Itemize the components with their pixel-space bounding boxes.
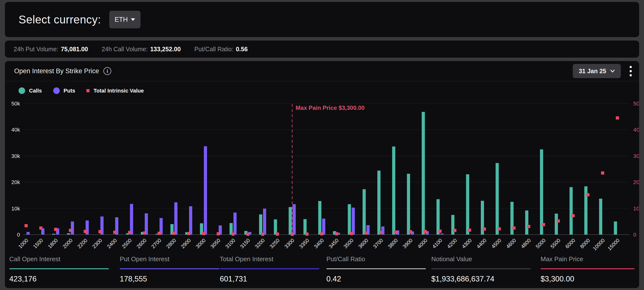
put-call-ratio-value: 0.56 [236, 46, 248, 53]
intrinsic-dot-4100[interactable] [438, 230, 442, 233]
info-icon[interactable]: i [104, 67, 111, 75]
intrinsic-dot-4500[interactable] [498, 227, 501, 230]
calls-bar-5000[interactable] [540, 149, 543, 235]
intrinsic-dot-3250[interactable] [276, 232, 279, 235]
calls-bar-3400[interactable] [318, 201, 322, 235]
intrinsic-dot-2300[interactable] [98, 230, 102, 233]
intrinsic-dot-4300[interactable] [468, 228, 471, 232]
intrinsic-dot-2500[interactable] [128, 231, 131, 234]
calls-bar-4800[interactable] [525, 210, 528, 235]
intrinsic-dot-3350[interactable] [306, 232, 308, 235]
summary-label: Notional Value [431, 255, 531, 263]
intrinsic-dot-4800[interactable] [527, 225, 530, 228]
calls-bar-4000[interactable] [422, 112, 425, 235]
kebab-menu-icon[interactable] [628, 65, 633, 78]
intrinsic-dot-4000[interactable] [424, 230, 427, 233]
calls-bar-3500[interactable] [348, 204, 351, 235]
intrinsic-dot-5000[interactable] [542, 223, 545, 226]
puts-bar-3100[interactable] [234, 213, 236, 235]
summary-value: 601,731 [220, 275, 319, 283]
intrinsic-dot-1800[interactable] [54, 228, 57, 231]
intrinsic-dot-3800[interactable] [394, 231, 398, 234]
calls-bar-3250[interactable] [274, 219, 277, 235]
calls-bar-2000[interactable] [67, 233, 70, 235]
intrinsic-dot-3300[interactable] [290, 233, 294, 236]
puts-bar-3000[interactable] [204, 146, 207, 235]
intrinsic-dot-6000[interactable] [572, 214, 575, 217]
intrinsic-dot-4200[interactable] [453, 229, 456, 232]
left-axis-tick: 0 [17, 232, 20, 238]
legend-item-intrinsic[interactable]: Total Intrinsic Value [86, 88, 144, 94]
puts-bar-3300[interactable] [292, 204, 296, 235]
intrinsic-dot-1000[interactable] [25, 224, 28, 227]
intrinsic-dot-4400[interactable] [483, 227, 486, 231]
x-axis-label-2500: 2500 [121, 237, 133, 249]
expiry-date-dropdown[interactable]: 31 Jan 25 [573, 64, 621, 78]
currency-dropdown[interactable]: ETH [109, 11, 140, 28]
intrinsic-dot-10000[interactable] [601, 171, 604, 175]
calls-bar-3350[interactable] [304, 219, 307, 235]
intrinsic-dot-3000[interactable] [202, 232, 205, 235]
x-axis-label-4600: 4600 [505, 237, 517, 249]
legend-item-puts[interactable]: Puts [53, 87, 76, 94]
puts-bar-1000[interactable] [26, 232, 30, 235]
calls-bar-3600[interactable] [362, 189, 366, 235]
puts-bar-3400[interactable] [322, 218, 326, 235]
intrinsic-dot-3050[interactable] [216, 232, 220, 235]
intrinsic-dot-15000[interactable] [616, 116, 619, 120]
puts-bar-2900[interactable] [189, 206, 192, 235]
puts-bar-2000[interactable] [71, 221, 74, 235]
currency-dropdown-value: ETH [115, 16, 128, 24]
calls-bar-15000[interactable] [614, 221, 617, 235]
intrinsic-dot-3100[interactable] [232, 232, 235, 235]
puts-bar-4100[interactable] [440, 234, 444, 235]
calls-bar-3300[interactable] [288, 207, 292, 235]
intrinsic-dot-3450[interactable] [335, 232, 338, 235]
calls-bar-3200[interactable] [259, 214, 262, 235]
calls-bar-10000[interactable] [599, 199, 602, 235]
puts-bar-3500[interactable] [352, 207, 355, 235]
summary-label: Call Open Interest [9, 255, 109, 263]
intrinsic-dot-2600[interactable] [143, 231, 146, 235]
intrinsic-dot-4600[interactable] [512, 226, 516, 230]
calls-bar-4600[interactable] [510, 202, 514, 235]
left-axis-tick: 50k [12, 101, 20, 107]
calls-bar-4100[interactable] [436, 199, 440, 235]
x-axis-label-1800: 1800 [47, 237, 59, 249]
intrinsic-dot-3150[interactable] [246, 233, 250, 236]
intrinsic-dot-8000[interactable] [586, 193, 589, 196]
x-axis-label-3450: 3450 [328, 237, 340, 249]
calls-bar-3700[interactable] [377, 171, 380, 235]
calls-bar-1800[interactable] [52, 234, 55, 235]
call-volume-label: 24h Call Volume: [102, 46, 148, 53]
x-axis-label-3600: 3600 [357, 237, 369, 249]
intrinsic-dot-2400[interactable] [113, 231, 116, 234]
puts-bar-3200[interactable] [263, 209, 266, 235]
intrinsic-dot-3600[interactable] [364, 231, 368, 235]
intrinsic-dot-1500[interactable] [39, 226, 42, 230]
intrinsic-dot-2000[interactable] [69, 229, 72, 232]
intrinsic-dot-2700[interactable] [158, 232, 161, 235]
calls-bar-3800[interactable] [392, 146, 396, 235]
summary-underline [120, 268, 219, 269]
intrinsic-dot-2800[interactable] [172, 232, 176, 235]
calls-bar-5500[interactable] [555, 214, 558, 235]
puts-bar-2500[interactable] [130, 204, 133, 235]
puts-bar-2800[interactable] [174, 202, 178, 235]
summary-value: 423,176 [9, 275, 109, 283]
puts-bar-2600[interactable] [145, 213, 148, 235]
legend-item-calls[interactable]: Calls [18, 87, 42, 94]
intrinsic-dot-3400[interactable] [320, 232, 324, 235]
intrinsic-dot-2200[interactable] [84, 230, 87, 233]
intrinsic-dot-2900[interactable] [187, 232, 190, 235]
intrinsic-dot-3700[interactable] [379, 231, 382, 234]
intrinsic-dot-3900[interactable] [409, 230, 412, 233]
calls-bar-4300[interactable] [466, 174, 469, 235]
calls-bar-4500[interactable] [496, 163, 499, 235]
intrinsic-dot-3500[interactable] [350, 232, 353, 235]
put-volume-label: 24h Put Volume: [14, 46, 58, 53]
intrinsic-dot-5500[interactable] [557, 219, 560, 223]
calls-bar-6000[interactable] [570, 187, 573, 235]
calls-bar-3900[interactable] [407, 174, 410, 235]
intrinsic-dot-3200[interactable] [261, 233, 264, 236]
